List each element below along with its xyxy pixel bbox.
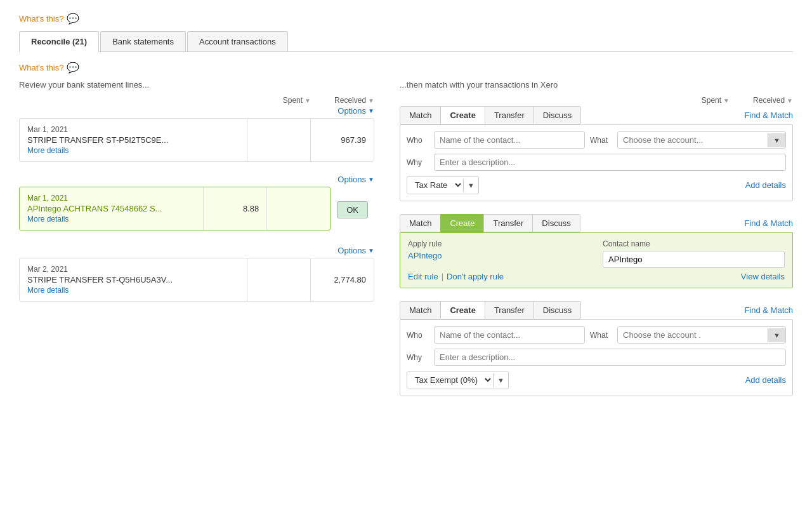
transaction-info-3: Mar 2, 2021 STRIPE TRANSFER ST-Q5H6U5A3V…	[20, 258, 247, 301]
tax-select-wrap-3: Tax Exempt (0%) ▼	[407, 371, 509, 389]
transaction-spent-1	[247, 119, 310, 161]
transaction-more-3[interactable]: More details	[27, 286, 239, 295]
options-arrow-3: ▼	[368, 247, 374, 254]
options-arrow-1: ▼	[368, 107, 374, 114]
contact-name-input[interactable]	[603, 251, 785, 268]
tabs-and-find-1: Match Create Transfer Discuss Find & Mat…	[400, 106, 793, 124]
left-col-received[interactable]: Received ▼	[311, 96, 374, 105]
view-details-link[interactable]: View details	[741, 272, 785, 281]
whats-this-2[interactable]: What's this? 💬	[19, 62, 793, 74]
dont-apply-rule-link[interactable]: Don't apply rule	[447, 272, 504, 281]
add-details-link-1[interactable]: Add details	[745, 180, 786, 190]
transaction-spent-2: 8.88	[203, 187, 266, 230]
transaction-row-2: Mar 1, 2021 APIntego ACHTRANS 74548662 S…	[19, 187, 374, 233]
main-layout: Review your bank statement lines... Spen…	[19, 80, 793, 409]
options-arrow-2: ▼	[368, 176, 374, 183]
who-input-1[interactable]	[434, 131, 585, 149]
find-match-link-2[interactable]: Find & Match	[744, 218, 793, 228]
tabs-and-find-3: Match Create Transfer Discuss Find & Mat…	[400, 301, 793, 319]
left-col-spent[interactable]: Spent ▼	[247, 96, 311, 105]
what-select-wrap-1: ▼	[617, 131, 786, 149]
find-match-link-1[interactable]: Find & Match	[744, 110, 793, 120]
who-input-3[interactable]	[434, 326, 585, 344]
tax-arrow-3[interactable]: ▼	[493, 373, 508, 387]
what-dropdown-btn-3[interactable]: ▼	[768, 328, 785, 342]
transaction-date-1: Mar 1, 2021	[27, 125, 239, 134]
ok-button[interactable]: OK	[337, 201, 368, 218]
tax-row-3: Tax Exempt (0%) ▼ Add details	[407, 371, 786, 389]
transfer-btn-2[interactable]: Transfer	[483, 214, 533, 232]
create-btn-3[interactable]: Create	[440, 301, 485, 319]
received-sort-icon: ▼	[368, 97, 374, 104]
discuss-btn-2[interactable]: Discuss	[532, 214, 580, 232]
action-tabs-1: Match Create Transfer Discuss	[400, 106, 580, 124]
why-input-3[interactable]	[434, 349, 786, 366]
rule-separator: |	[442, 272, 443, 281]
transfer-btn-3[interactable]: Transfer	[485, 301, 534, 319]
why-input-1[interactable]	[434, 154, 786, 171]
tab-account-transactions[interactable]: Account transactions	[187, 31, 288, 51]
transaction-section-1: Options ▼ Mar 1, 2021 STRIPE TRANSFER ST…	[19, 106, 374, 162]
transaction-desc-2: APIntego ACHTRANS 74548662 S...	[27, 204, 195, 213]
transaction-info-1: Mar 1, 2021 STRIPE TRANSFER ST-P5I2T5C9E…	[20, 119, 247, 161]
right-spent-sort-icon: ▼	[723, 97, 730, 104]
tab-bank-statements[interactable]: Bank statements	[100, 31, 186, 51]
rule-links-row: Edit rule | Don't apply rule View detail…	[408, 272, 785, 281]
reconcile-section-2: Match Create Transfer Discuss Find & Mat…	[400, 214, 793, 288]
transaction-received-3: 2,774.80	[310, 258, 374, 301]
find-match-link-3[interactable]: Find & Match	[744, 305, 793, 315]
apply-rule-col-left: Apply rule APIntego	[408, 239, 590, 260]
transaction-spent-3	[247, 258, 310, 301]
add-details-link-3[interactable]: Add details	[745, 375, 786, 385]
match-btn-2[interactable]: Match	[400, 214, 441, 232]
left-panel: Review your bank statement lines... Spen…	[19, 80, 387, 409]
edit-rule-link[interactable]: Edit rule	[408, 272, 438, 281]
discuss-btn-3[interactable]: Discuss	[534, 301, 582, 319]
what-input-3[interactable]	[618, 327, 768, 343]
transaction-date-3: Mar 2, 2021	[27, 265, 239, 274]
create-form-1: Who What ▼ Why	[400, 124, 793, 201]
transaction-more-1[interactable]: More details	[27, 146, 239, 155]
apply-rule-label: Apply rule	[408, 239, 590, 248]
what-input-1[interactable]	[618, 132, 768, 148]
options-row-3: Options ▼	[19, 246, 374, 255]
reconcile-section-1: Match Create Transfer Discuss Find & Mat…	[400, 106, 793, 201]
transaction-received-2	[266, 187, 330, 230]
why-label-1: Why	[407, 158, 429, 167]
right-col-headers: Spent ▼ Received ▼	[400, 96, 793, 105]
ok-btn-container: OK	[331, 201, 374, 218]
form-row-who-3: Who What ▼	[407, 326, 786, 344]
right-panel-header: ...then match with your transactions in …	[400, 80, 793, 90]
transaction-card-2: Mar 1, 2021 APIntego ACHTRANS 74548662 S…	[19, 187, 331, 231]
tab-reconcile[interactable]: Reconcile (21)	[19, 31, 99, 52]
what-dropdown-btn-1[interactable]: ▼	[768, 133, 785, 147]
discuss-btn-1[interactable]: Discuss	[534, 106, 582, 124]
right-col-received[interactable]: Received ▼	[730, 96, 793, 105]
what-label-1: What	[590, 136, 612, 145]
action-tabs-2: Match Create Transfer Discuss	[400, 214, 580, 232]
right-col-spent[interactable]: Spent ▼	[666, 96, 730, 105]
main-tabs: Reconcile (21) Bank statements Account t…	[19, 31, 793, 52]
transaction-info-2: Mar 1, 2021 APIntego ACHTRANS 74548662 S…	[20, 187, 203, 230]
create-btn-2[interactable]: Create	[440, 214, 484, 232]
options-btn-1[interactable]: Options ▼	[337, 106, 374, 116]
tax-select-1[interactable]: Tax Rate	[407, 177, 463, 194]
who-label-3: Who	[407, 331, 429, 340]
transaction-desc-1: STRIPE TRANSFER ST-P5I2T5C9E...	[27, 135, 239, 145]
whats-this-1[interactable]: What's this? 💬	[19, 13, 793, 25]
tax-select-3[interactable]: Tax Exempt (0%)	[407, 371, 493, 389]
apply-rule-value[interactable]: APIntego	[408, 251, 590, 260]
why-label-3: Why	[407, 353, 429, 362]
match-btn-1[interactable]: Match	[400, 106, 441, 124]
options-btn-3[interactable]: Options ▼	[337, 246, 374, 255]
match-btn-3[interactable]: Match	[400, 301, 441, 319]
tax-arrow-1[interactable]: ▼	[463, 178, 478, 192]
whats-this-2-label: What's this?	[19, 63, 63, 72]
transfer-btn-1[interactable]: Transfer	[485, 106, 534, 124]
options-row-2: Options ▼	[19, 175, 374, 184]
create-btn-1[interactable]: Create	[440, 106, 485, 124]
tax-row-1: Tax Rate ▼ Add details	[407, 176, 786, 194]
form-row-why-1: Why	[407, 154, 786, 171]
options-btn-2[interactable]: Options ▼	[337, 175, 374, 184]
transaction-more-2[interactable]: More details	[27, 215, 195, 224]
